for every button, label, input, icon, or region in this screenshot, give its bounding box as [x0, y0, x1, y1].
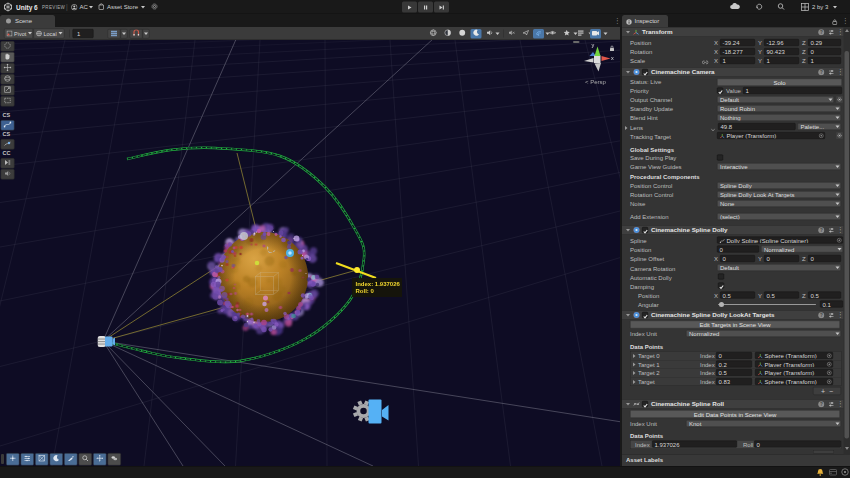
svg-text:x: x: [611, 55, 614, 61]
svg-text:?: ?: [820, 70, 823, 75]
svg-text:y: y: [592, 42, 595, 48]
svg-text:< Persp: < Persp: [585, 79, 607, 85]
svg-text:?: ?: [820, 228, 823, 233]
svg-text:?: ?: [820, 30, 823, 35]
svg-text:Index: 1.937026: Index: 1.937026: [356, 281, 401, 287]
svg-text:?: ?: [820, 402, 823, 407]
svg-text:?: ?: [820, 313, 823, 318]
svg-text:Roll: 0: Roll: 0: [356, 288, 375, 294]
